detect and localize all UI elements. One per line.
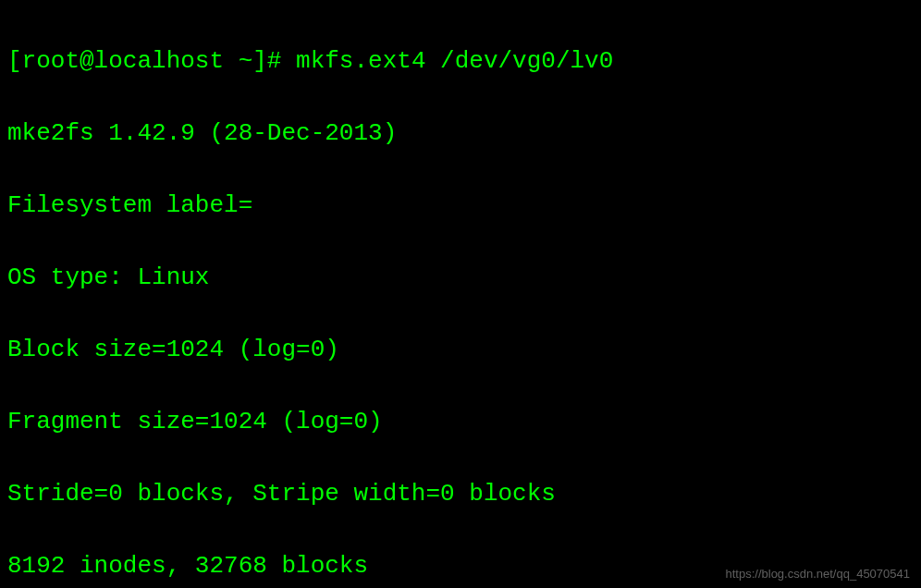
output-line: mke2fs 1.42.9 (28-Dec-2013)	[7, 116, 914, 152]
output-line: OS type: Linux	[7, 260, 914, 296]
watermark-text: https://blog.csdn.net/qq_45070541	[726, 565, 911, 583]
command-text: mkfs.ext4 /dev/vg0/lv0	[296, 47, 613, 75]
command-line: [root@localhost ~]# mkfs.ext4 /dev/vg0/l…	[7, 43, 914, 80]
output-line: Filesystem label=	[7, 188, 914, 224]
output-line: Block size=1024 (log=0)	[7, 332, 914, 368]
shell-prompt: [root@localhost ~]#	[7, 47, 296, 75]
output-line: Fragment size=1024 (log=0)	[7, 404, 914, 440]
output-line: Stride=0 blocks, Stripe width=0 blocks	[7, 476, 914, 512]
terminal-output[interactable]: [root@localhost ~]# mkfs.ext4 /dev/vg0/l…	[7, 7, 914, 588]
